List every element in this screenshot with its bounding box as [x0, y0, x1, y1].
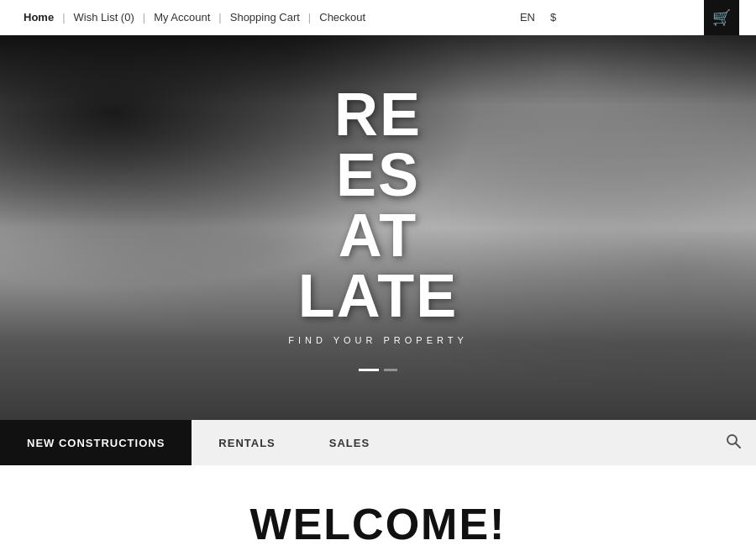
hero-title-line1: RE	[288, 84, 468, 144]
tabs-bar: New Constructions Rentals Sales	[0, 420, 756, 465]
search-button[interactable]	[711, 420, 756, 465]
nav-links: Home | Wish List (0) | My Account | Shop…	[17, 11, 372, 24]
welcome-section: WELCOME! PRAESENT VESTIBULUM AENEAN NONU…	[0, 465, 756, 556]
hero-section: RE ES AT LATE FIND YOUR PROPERTY	[0, 35, 756, 420]
nav-home[interactable]: Home	[17, 11, 60, 24]
nav-sep-1: |	[62, 11, 65, 24]
nav-checkout[interactable]: Checkout	[312, 11, 372, 24]
hero-subtitle: FIND YOUR PROPERTY	[288, 336, 468, 345]
nav-account[interactable]: My Account	[147, 11, 217, 24]
search-icon	[725, 433, 742, 454]
cart-icon: 🛒	[712, 8, 731, 27]
hero-slider-indicator	[359, 369, 397, 371]
tab-spacer	[396, 420, 711, 465]
language-selector[interactable]: EN	[520, 11, 535, 24]
cart-button[interactable]: 🛒	[704, 0, 739, 35]
nav-sep-3: |	[218, 11, 221, 24]
nav-sep-2: |	[143, 11, 145, 24]
hero-title-line2: ES	[288, 144, 468, 205]
tab-rentals[interactable]: Rentals	[192, 420, 302, 465]
slider-dot-1[interactable]	[384, 369, 397, 371]
currency-selector[interactable]: $	[550, 11, 556, 24]
nav-right: EN $	[520, 11, 556, 24]
svg-line-1	[736, 443, 741, 448]
nav-sep-4: |	[308, 11, 311, 24]
hero-title-line3: AT	[288, 205, 468, 265]
hero-title: RE ES AT LATE	[288, 84, 468, 326]
tab-sales[interactable]: Sales	[302, 420, 396, 465]
hero-title-line4: LATE	[288, 265, 468, 326]
nav-cart[interactable]: Shopping Cart	[223, 11, 307, 24]
welcome-title: WELCOME!	[17, 499, 739, 549]
hero-text: RE ES AT LATE FIND YOUR PROPERTY	[288, 84, 468, 345]
slider-dot-active[interactable]	[359, 369, 379, 371]
tab-new-constructions[interactable]: New Constructions	[0, 420, 192, 465]
navbar: Home | Wish List (0) | My Account | Shop…	[0, 0, 756, 35]
nav-wishlist[interactable]: Wish List (0)	[67, 11, 141, 24]
